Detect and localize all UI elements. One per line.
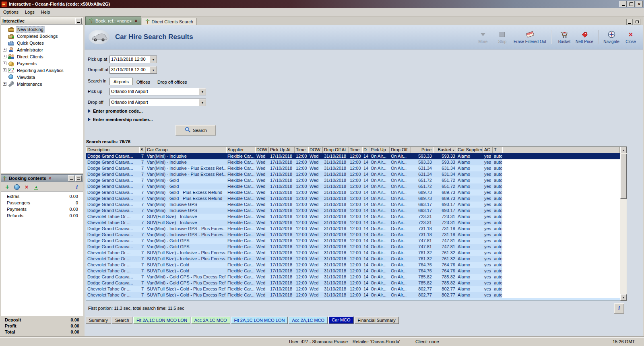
bottom-tab-flt-2a-1c-lon-mco-lon[interactable]: Flt 2A,1C LON MCO LON [133,317,190,324]
pickup-combo[interactable]: Orlando Intl Airport ▼ [109,88,206,95]
table-row[interactable]: Dodge Grand Carava...7Van(Mini) - Inclus… [86,165,620,171]
table-row[interactable]: Chevrolet Tahoe Or ...7SUV(Full Size) - … [86,220,620,226]
minimize-icon[interactable] [619,1,627,7]
bottom-tab-flt-2a-1c-lon-mco-lon[interactable]: Flt 2A,1C LON MCO LON [231,317,288,324]
bottom-tab-acc-2a-1c-mco[interactable]: Acc 2A,1C MCO [191,317,230,324]
table-row[interactable]: Chevrolet Tahoe Or ...7SUV(Full Size) - … [86,262,620,268]
column-header-car-group[interactable]: Car Group [146,147,226,153]
menu-item-options[interactable]: Options [0,9,22,15]
close-window-icon[interactable]: × [636,1,643,7]
dropdown-arrow-icon[interactable]: ▼ [150,66,157,73]
toolbar-basket[interactable]: Basket [556,31,572,44]
sidebar-item-reporting-and-analytics[interactable]: +Reporting and Analytics [1,67,83,74]
column-header-dow[interactable]: DOW [255,147,269,153]
search-in-tab-offices[interactable]: Offices [133,79,154,85]
collapse-panel-icon[interactable] [75,18,82,24]
toolbar-erase-filtered-out[interactable]: Erase Filtered Out [514,31,546,44]
column-header-ac[interactable]: AC [483,147,493,153]
sidebar-item-quick-quotes[interactable]: Quick Quotes [1,39,83,46]
toolbar-nett-price[interactable]: Nett Price [576,31,593,44]
column-header-drop-off[interactable]: Drop Off [390,147,411,153]
table-row[interactable]: Dodge Grand Carava...7Van(Mini) - Gold G… [86,244,620,250]
table-row[interactable]: Dodge Grand Carava...7Van(Mini) - Inclus… [86,208,620,214]
promotion-code-expander[interactable]: Enter promotion code... [88,109,142,113]
expand-plus-icon[interactable]: + [3,48,6,51]
menu-item-logs[interactable]: Logs [22,9,38,15]
column-header-time[interactable]: Time [295,147,308,153]
column-header-car-supplier[interactable]: Car Supplier [456,147,483,153]
table-row[interactable]: Chevrolet Tahoe Or ...7SUV(Full Size) - … [86,250,620,256]
column-header-dow[interactable]: DOW [308,147,323,153]
dropdown-arrow-icon[interactable]: ▼ [199,88,206,95]
maximize-icon[interactable] [627,1,635,7]
expand-plus-icon[interactable]: + [3,68,6,72]
mdi-minimize-icon[interactable] [626,19,633,25]
table-row[interactable]: Dodge Grand Carava...7Van(Mini) - Gold -… [86,189,620,196]
sidebar-item-payments[interactable]: +Payments [1,60,83,67]
panel-restore-icon[interactable] [75,175,82,181]
bottom-tab-car-mco[interactable]: Car MCO [328,316,353,324]
tab-close-icon[interactable]: × [135,18,138,24]
move-up-icon[interactable]: ▲ [33,184,40,191]
membership-number-expander[interactable]: Enter membership number... [88,117,153,122]
sidebar-item-maintenance[interactable]: +Maintenance [1,80,83,87]
bottom-tab-search[interactable]: Search [112,317,132,324]
expand-plus-icon[interactable]: + [3,55,6,58]
toolbar-navigate[interactable]: Navigate [603,31,619,44]
sidebar-item-completed-bookings[interactable]: Completed Bookings [1,33,83,39]
tab-direct-clients-search[interactable]: Direct Clients Search [142,18,197,25]
sidebar-item-new-booking[interactable]: New Booking [1,26,83,33]
dropoff-at-combo[interactable]: 31/10/2018 12:00 ▼ [109,66,157,74]
dropdown-arrow-icon[interactable]: ▼ [150,56,157,63]
column-header-description[interactable]: Description [86,147,139,153]
column-header-t[interactable]: T [493,147,502,153]
column-header-s[interactable]: S [139,147,146,153]
table-row[interactable]: Dodge Grand Carava...7Van(Mini) - Inclus… [86,232,620,238]
table-row[interactable]: Dodge Grand Carava...7Van(Mini) - GoldFl… [86,183,620,189]
info-button[interactable]: i [614,303,624,314]
bottom-tab-financial-summary[interactable]: Financial Summary [355,317,399,324]
table-row[interactable]: Chevrolet Tahoe Or ...7SUV(Full Size) - … [86,214,620,220]
column-header-price[interactable]: Price [411,147,433,153]
column-header-supplier[interactable]: Supplier [226,147,255,153]
scroll-down-icon[interactable]: ▼ [620,294,627,301]
pickup-at-combo[interactable]: 17/10/2018 12:00 ▼ [109,56,157,63]
info-icon[interactable]: i [73,184,80,191]
expand-plus-icon[interactable]: + [3,62,6,65]
table-row[interactable]: Chevrolet Tahoe Or ...7SUV(Full Size) - … [86,292,620,298]
search-button[interactable]: Search [175,125,216,136]
search-in-tab-drop-off-offices[interactable]: Drop off offices [154,79,191,85]
scroll-thumb[interactable] [620,154,627,199]
column-header-time[interactable]: Time [349,147,362,153]
table-row[interactable]: Dodge Grand Carava...7Van(Mini) - GoldFl… [86,177,620,183]
bottom-tab-summary[interactable]: Summary [86,317,111,324]
table-row[interactable]: Dodge Grand Carava...7Van(Mini) - Inclus… [86,159,620,165]
scroll-up-icon[interactable]: ▲ [620,147,627,153]
dropdown-arrow-icon[interactable]: ▼ [199,99,206,106]
table-row[interactable]: Dodge Grand Carava...7Van(Mini) - Gold G… [86,280,620,286]
table-row[interactable]: Dodge Grand Carava...7Van(Mini) - Inclus… [86,171,620,177]
table-row[interactable]: Dodge Grand Carava...7Van(Mini) - Inclus… [86,226,620,232]
table-row[interactable]: Chevrolet Tahoe Or ...7SUV(Full Size) - … [86,256,620,262]
table-row[interactable]: Dodge Grand Carava...7Van(Mini) - Gold G… [86,274,620,280]
table-row[interactable]: Dodge Grand Carava...7Van(Mini) - Gold -… [86,196,620,202]
search-in-tab-airports[interactable]: Airports [109,78,133,85]
table-row[interactable]: Chevrolet Tahoe Or ...7SUV(Full Size) - … [86,268,620,274]
sidebar-item-direct-clients[interactable]: +Direct Clients [1,53,83,60]
bottom-tab-acc-2a-1c-mco[interactable]: Acc 2A,1C MCO [289,317,328,324]
table-row[interactable]: Chevrolet Tahoe Or ...7SUV(Full Size) - … [86,286,620,292]
sidebar-item-administrator[interactable]: +Administrator [1,46,83,53]
vertical-scrollbar[interactable]: ▲ ▼ [620,147,627,301]
toolbar-close[interactable]: ×Close [623,31,639,44]
column-header-pick-up[interactable]: Pick Up [369,147,390,153]
column-header-pick-up-at[interactable]: Pick Up At [269,147,295,153]
column-header-drop-off-at[interactable]: Drop Off At [323,147,349,153]
globe-icon[interactable] [13,184,21,191]
table-row[interactable]: Dodge Grand Carava...7Van(Mini) - Inclus… [86,153,620,159]
table-row[interactable]: Dodge Grand Carava...7Van(Mini) - Inclus… [86,202,620,208]
expand-plus-icon[interactable]: + [3,82,6,86]
mdi-restore-icon[interactable] [634,19,640,25]
tab-book-ref-none[interactable]: Book. ref.: <none>× [85,16,141,25]
column-header-d[interactable]: D [362,147,369,153]
panel-minimize-icon[interactable] [68,175,74,181]
